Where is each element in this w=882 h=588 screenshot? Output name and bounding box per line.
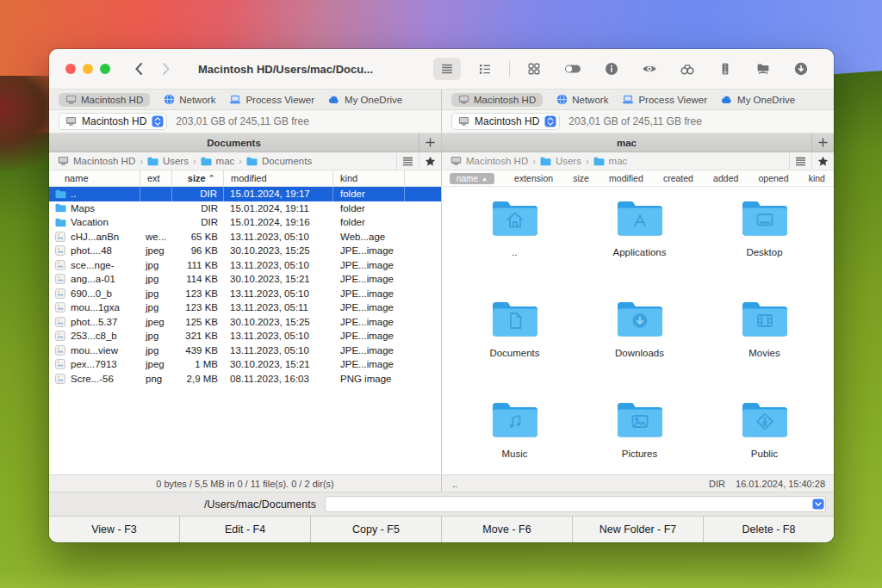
search-binoculars-icon[interactable] — [674, 58, 701, 80]
command-path-label: /Users/mac/Documents — [204, 498, 316, 511]
folder-tile-documents[interactable]: Documents — [452, 300, 577, 358]
folder-tile-public[interactable]: Public — [702, 400, 827, 459]
file-row-maps[interactable]: Maps DIR 15.01.2024, 19:11 folder — [49, 201, 441, 216]
download-icon[interactable] — [787, 58, 815, 80]
toggle-switch-icon[interactable] — [558, 58, 587, 80]
file-row-phot-5-37[interactable]: phot...5.37 jpeg 125 KB 30.10.2023, 15:2… — [49, 315, 441, 330]
left-drive-name: Macintosh HD — [82, 115, 146, 127]
list-menu-icon[interactable] — [396, 152, 419, 170]
column-size[interactable]: size — [573, 173, 589, 183]
breadcrumb-users[interactable]: Users — [147, 156, 189, 166]
fn-move-f6[interactable]: Move - F6 — [441, 517, 572, 542]
file-row-item[interactable]: .. DIR 15.01.2024, 19:17 folder — [49, 187, 441, 201]
file-row-253-c8-b[interactable]: 253...c8_b jpg 321 KB 13.11.2023, 05:10 … — [49, 329, 441, 344]
back-icon[interactable] — [134, 62, 143, 76]
right-new-tab-button[interactable] — [811, 133, 834, 152]
column-view-icon[interactable] — [471, 58, 499, 80]
file-row-ang-a-01[interactable]: ang...a-01 jpg 114 KB 30.10.2023, 15:21 … — [49, 272, 441, 287]
folder-tile-item[interactable]: .. — [452, 199, 577, 257]
right-free-space: 203,01 GB of 245,11 GB free — [568, 115, 702, 127]
file-row-scre-56[interactable]: Scre...-56 png 2,9 MB 08.11.2023, 16:03 … — [49, 372, 441, 387]
right-tab-title[interactable]: mac — [442, 138, 811, 148]
sort-asc-icon: ⌃ — [208, 174, 215, 183]
file-row-vacation[interactable]: Vacation DIR 15.01.2024, 19:16 folder — [49, 215, 441, 230]
left-tab-title[interactable]: Documents — [49, 138, 419, 148]
file-row-mou-1gxa[interactable]: mou...1gxa jpg 123 KB 13.11.2023, 05:11 … — [49, 300, 441, 315]
column-ext[interactable]: ext — [140, 170, 172, 186]
tab-process-viewer[interactable]: Process Viewer — [622, 95, 707, 105]
right-drive-selector[interactable]: Macintosh HD — [451, 113, 560, 130]
list-menu-icon[interactable] — [789, 152, 811, 170]
tab-network[interactable]: Network — [556, 94, 608, 105]
image-icon — [55, 345, 66, 356]
column-opened[interactable]: opened — [758, 173, 788, 183]
column-kind[interactable]: kind — [333, 170, 405, 186]
minimize-button[interactable] — [83, 64, 93, 74]
right-drive-name: Macintosh HD — [475, 115, 539, 127]
favorites-star-icon[interactable] — [419, 152, 441, 170]
column-name[interactable]: name — [49, 170, 140, 186]
grid-view-icon[interactable] — [520, 58, 548, 80]
file-row-690-0-b[interactable]: 690...0_b jpg 123 KB 13.11.2023, 05:10 J… — [49, 287, 441, 301]
command-history-button[interactable] — [812, 498, 824, 510]
column-extension[interactable]: extension — [514, 173, 553, 183]
favorites-star-icon[interactable] — [811, 152, 834, 170]
command-input[interactable] — [325, 496, 826, 512]
info-icon[interactable] — [598, 58, 625, 80]
zoom-button[interactable] — [100, 64, 110, 74]
file-row-phot-48[interactable]: phot....48 jpeg 96 KB 30.10.2023, 15:25 … — [49, 244, 441, 258]
file-row-mou-view[interactable]: mou...view jpg 439 KB 13.11.2023, 05:10 … — [49, 344, 441, 358]
breadcrumb-mac[interactable]: mac — [201, 156, 235, 166]
fn-view-f3[interactable]: View - F3 — [49, 517, 179, 542]
folder-tile-movies[interactable]: Movies — [702, 300, 827, 358]
tab-network[interactable]: Network — [164, 94, 215, 105]
breadcrumb-documents[interactable]: Documents — [246, 156, 312, 166]
breadcrumb-macintosh-hd[interactable]: Macintosh HD — [58, 156, 135, 166]
fn-copy-f5[interactable]: Copy - F5 — [310, 517, 441, 542]
fn-delete-f8[interactable]: Delete - F8 — [703, 517, 834, 542]
column-kind[interactable]: kind — [809, 173, 825, 183]
breadcrumb-users[interactable]: Users — [540, 156, 581, 166]
column-filler — [405, 170, 441, 186]
tab-my-onedrive[interactable]: My OneDrive — [721, 95, 795, 105]
folder-tile-music[interactable]: Music — [452, 400, 577, 459]
column-created[interactable]: created — [663, 173, 693, 183]
nav-buttons — [134, 62, 171, 76]
left-drive-selector[interactable]: Macintosh HD — [59, 113, 167, 130]
file-row-sce-nge[interactable]: sce...nge- jpg 111 KB 13.11.2023, 05:10 … — [49, 258, 441, 273]
breadcrumb-separator: › — [140, 156, 143, 166]
function-button-row: View - F3 Edit - F4 Copy - F5 Move - F6 … — [49, 516, 834, 542]
folder-tile-desktop[interactable]: Desktop — [702, 199, 827, 257]
preview-eye-icon[interactable] — [636, 58, 663, 80]
folder-tile-pictures[interactable]: Pictures — [577, 400, 702, 459]
archive-zip-icon[interactable] — [711, 58, 739, 80]
column-size[interactable]: size ⌃ — [172, 170, 224, 186]
fn-edit-f4[interactable]: Edit - F4 — [179, 517, 310, 542]
tab-my-onedrive[interactable]: My OneDrive — [328, 95, 402, 105]
folder-tile-downloads[interactable]: Downloads — [577, 300, 702, 358]
tab-macintosh-hd[interactable]: Macintosh HD — [59, 93, 150, 107]
left-pane-tabs: Macintosh HD Network Process Viewer My O… — [49, 90, 441, 109]
folder-tile-applications[interactable]: Applications — [577, 199, 702, 257]
film-folder-icon — [741, 300, 789, 341]
column-modified[interactable]: modified — [224, 170, 333, 186]
public-folder-icon — [741, 400, 789, 442]
column-name[interactable]: name ▲ — [450, 173, 494, 184]
left-new-tab-button[interactable] — [419, 133, 441, 152]
column-modified[interactable]: modified — [609, 173, 643, 183]
column-added[interactable]: added — [713, 173, 738, 183]
list-view-icon[interactable] — [433, 58, 461, 80]
file-row-chj-anbn[interactable]: cHJ...anBn we... 65 KB 13.11.2023, 05:10… — [49, 230, 441, 244]
sort-asc-icon: ▲ — [481, 176, 488, 182]
tab-process-viewer[interactable]: Process Viewer — [229, 95, 314, 105]
folder-icon — [540, 157, 551, 166]
breadcrumb-mac[interactable]: mac — [593, 156, 628, 166]
fn-new-folder-f7[interactable]: New Folder - F7 — [572, 517, 703, 542]
tab-macintosh-hd[interactable]: Macintosh HD — [451, 93, 543, 107]
breadcrumb-macintosh-hd[interactable]: Macintosh HD — [450, 156, 528, 166]
forward-icon[interactable] — [162, 62, 171, 76]
file-row-pex-7913[interactable]: pex...7913 jpeg 1 MB 30.10.2023, 15:21 J… — [49, 357, 441, 372]
close-button[interactable] — [65, 64, 76, 74]
right-status-modified: 16.01.2024, 15:40:28 — [736, 479, 825, 489]
network-share-icon[interactable] — [749, 58, 777, 80]
